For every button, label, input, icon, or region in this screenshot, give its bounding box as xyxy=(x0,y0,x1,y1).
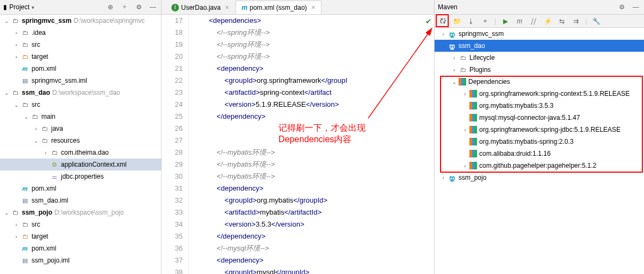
maven-tree-item[interactable]: org.mybatis:mybatis:3.5.3 xyxy=(435,100,644,112)
project-tree-item[interactable]: ⚙applicationContext.xml xyxy=(0,159,161,171)
chevron-icon[interactable]: ⌄ xyxy=(450,79,459,85)
project-tree-item[interactable]: ⌄🗀resources xyxy=(0,135,161,147)
expand-all-icon[interactable]: ÷ xyxy=(120,2,129,12)
hide-icon[interactable]: — xyxy=(148,2,158,12)
library-icon xyxy=(469,162,477,169)
project-tree-item[interactable]: ▤ssm_pojo.iml xyxy=(0,254,161,266)
maven-tree[interactable]: ›m̳springmvc_ssm⌄m̳ssm_dao›🗀Lifecycle›🗀P… xyxy=(435,28,644,274)
project-tree-item[interactable]: ⌄🗀src xyxy=(0,99,161,111)
editor-tab[interactable]: mpom.xml (ssm_dao)× xyxy=(236,1,321,14)
toggle-icon[interactable]: ⧸⧸ xyxy=(529,16,538,26)
chevron-icon[interactable]: › xyxy=(12,42,21,48)
chevron-icon[interactable]: › xyxy=(461,127,469,133)
tree-item-label: springmvc_ssm xyxy=(22,17,71,25)
chevron-icon[interactable]: › xyxy=(12,30,21,36)
maven-tree-item[interactable]: ›🗀Lifecycle xyxy=(435,52,644,64)
hide-icon[interactable]: — xyxy=(631,2,641,12)
project-tree-item[interactable]: mpom.xml xyxy=(0,182,161,194)
project-title: Project xyxy=(9,3,29,11)
chevron-icon[interactable]: ⌄ xyxy=(12,102,21,108)
project-tree-item[interactable]: ⚌jdbc.properties xyxy=(0,171,161,182)
maven-tree-item[interactable]: ⌄Dependencies xyxy=(435,76,644,88)
project-tree-item[interactable]: mpom.xml xyxy=(0,63,161,75)
refresh-icon[interactable]: 🗘 xyxy=(438,16,448,26)
m-icon[interactable]: m xyxy=(515,16,524,26)
maven-tree-item[interactable]: ›🗀Plugins xyxy=(435,64,644,76)
maven-tree-item[interactable]: mysql:mysql-connector-java:5.1.47 xyxy=(435,112,644,124)
chevron-icon[interactable]: › xyxy=(450,67,459,73)
editor-tab[interactable]: IUserDao.java× xyxy=(166,1,234,14)
maven-tree-item[interactable]: org.mybatis:mybatis-spring:2.0.3 xyxy=(435,136,644,148)
project-tree-item[interactable]: ›🗀target xyxy=(0,51,161,63)
chevron-icon[interactable]: › xyxy=(439,175,448,181)
project-tree-item[interactable]: ⌄🗀main xyxy=(0,111,161,123)
maven-tree-item[interactable]: ›org.springframework:spring-context:5.1.… xyxy=(435,88,644,100)
library-icon xyxy=(469,90,477,98)
chevron-icon[interactable]: › xyxy=(32,126,40,132)
code-content[interactable]: <dependencies> <!--spring环境--> <!--sprin… xyxy=(189,15,434,274)
close-icon[interactable]: × xyxy=(225,3,230,11)
show-deps-icon[interactable]: ⇉ xyxy=(571,16,581,26)
project-tree-item[interactable]: ›🗀java xyxy=(0,123,161,135)
project-tree-item[interactable]: ›🗀.idea xyxy=(0,27,161,39)
chevron-icon[interactable]: › xyxy=(439,31,448,37)
tree-item-label: src xyxy=(32,41,40,48)
project-tree-item[interactable]: ›🗀src xyxy=(0,218,161,230)
project-tree[interactable]: ⌄🗀springmvc_ssmD:\workspace\springmvc›🗀.… xyxy=(0,15,161,274)
maven-module-icon: m̳ xyxy=(448,173,456,182)
chevron-icon[interactable]: › xyxy=(12,54,21,60)
maven-tree-item[interactable]: ›com.github.pagehelper:pagehelper:5.1.2 xyxy=(435,160,644,172)
chevron-icon[interactable]: ⌄ xyxy=(2,90,11,96)
tree-item-path: D:\workspace\ssm_dao xyxy=(52,89,120,96)
project-tree-item[interactable]: ⌄🗀ssm_pojoD:\workspace\ssm_pojo xyxy=(0,206,161,218)
select-opened-file-icon[interactable]: ⊕ xyxy=(106,2,115,12)
line-numbers: 1718192021222324252627282930313233343536… xyxy=(162,15,189,274)
gear-icon[interactable]: ⚙ xyxy=(134,2,144,12)
collapse-icon[interactable]: ⇆ xyxy=(557,16,567,26)
folder-icon: 🗀 xyxy=(11,16,20,25)
editor-area: ✔ 17181920212223242526272829303132333435… xyxy=(162,15,434,274)
tree-item-label: target xyxy=(32,53,48,60)
offline-icon[interactable]: ⚡ xyxy=(543,16,553,26)
project-tree-item[interactable]: ▤ssm_dao.iml xyxy=(0,194,161,206)
chevron-icon[interactable]: › xyxy=(12,222,21,228)
close-icon[interactable]: × xyxy=(311,3,315,11)
project-tree-item[interactable]: ▤springmvc_ssm.iml xyxy=(0,75,161,87)
wrench-icon[interactable]: 🔧 xyxy=(591,16,601,26)
chevron-icon[interactable]: › xyxy=(12,234,21,240)
run-icon[interactable]: ▶ xyxy=(500,16,510,26)
iml-icon: ▤ xyxy=(21,256,29,265)
chevron-icon[interactable]: ⌄ xyxy=(439,43,448,49)
tree-item-label: jdbc.properties xyxy=(61,173,104,180)
chevron-icon[interactable]: ⌄ xyxy=(22,114,30,120)
maven-tree-item[interactable]: ⌄m̳ssm_dao xyxy=(435,40,644,52)
chevron-icon[interactable]: ⌄ xyxy=(2,210,11,216)
project-tree-item[interactable]: ⌄🗀springmvc_ssmD:\workspace\springmvc xyxy=(0,15,161,27)
chevron-icon[interactable]: ⌄ xyxy=(2,18,11,24)
maven-tree-item[interactable]: com.alibaba:druid:1.1.16 xyxy=(435,148,644,160)
plus-icon[interactable]: + xyxy=(480,16,490,26)
maven-tree-item[interactable]: ›org.springframework:spring-jdbc:5.1.9.R… xyxy=(435,124,644,136)
validation-check-icon: ✔ xyxy=(425,17,432,26)
add-maven-icon[interactable]: 📁 xyxy=(452,16,462,26)
maven-tree-item[interactable]: ›m̳springmvc_ssm xyxy=(435,28,644,40)
maven-item-label: ssm_pojo xyxy=(459,174,486,181)
chevron-icon[interactable]: › xyxy=(450,55,459,61)
download-icon[interactable]: ⭳ xyxy=(466,16,476,26)
chevron-icon[interactable]: ⌄ xyxy=(32,138,40,144)
tree-item-label: src xyxy=(32,221,40,228)
maven-icon: m xyxy=(21,64,29,73)
project-tree-item[interactable]: ›🗀com.itheima.dao xyxy=(0,147,161,159)
project-tree-item[interactable]: ⌄🗀ssm_daoD:\workspace\ssm_dao xyxy=(0,87,161,99)
project-tree-item[interactable]: mpom.xml xyxy=(0,242,161,254)
gear-icon[interactable]: ⚙ xyxy=(617,2,627,12)
project-tree-item[interactable]: ›🗀target xyxy=(0,230,161,242)
chevron-icon[interactable]: › xyxy=(461,163,469,169)
chevron-icon[interactable]: › xyxy=(41,150,50,156)
chevron-icon[interactable]: › xyxy=(461,91,469,97)
folder-icon: 🗀 xyxy=(21,52,29,61)
project-tree-item[interactable]: ›🗀src xyxy=(0,39,161,51)
maven-tree-item[interactable]: ›m̳ssm_pojo xyxy=(435,172,644,184)
maven-item-label: org.mybatis:mybatis-spring:2.0.3 xyxy=(479,138,573,145)
tree-item-label: src xyxy=(32,101,40,108)
